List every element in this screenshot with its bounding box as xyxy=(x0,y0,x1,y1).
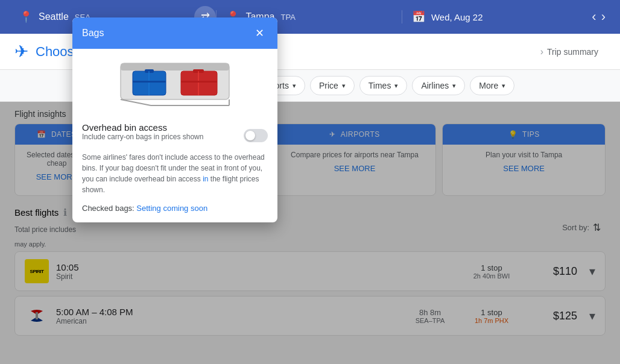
checked-bags-label: Checked bags: xyxy=(82,204,134,213)
times-filter-button[interactable]: Times ▾ xyxy=(359,76,408,95)
price-filter-label: Price xyxy=(319,81,338,90)
price-filter-button[interactable]: Price ▾ xyxy=(310,76,355,95)
overhead-text-group: Overhead bin access Include carry-on bag… xyxy=(82,122,203,148)
connecting-chevron-icon: ▾ xyxy=(293,82,296,90)
svg-rect-7 xyxy=(133,81,166,83)
modal-close-button[interactable]: ✕ xyxy=(251,25,268,42)
main-content: Flight insights 📅 DATES Selected dates a… xyxy=(0,102,620,364)
more-filter-button[interactable]: More ▾ xyxy=(470,76,514,95)
bag-illustration xyxy=(82,58,268,113)
times-chevron-icon: ▾ xyxy=(394,82,398,90)
overhead-bin-illustration xyxy=(115,60,235,111)
overhead-toggle[interactable] xyxy=(244,129,268,142)
checked-bags-row: Checked bags: Setting coming soon xyxy=(82,204,268,213)
date-section[interactable]: 📅 Wed, Aug 22 xyxy=(402,10,587,24)
modal-title: Bags xyxy=(82,28,104,39)
svg-rect-8 xyxy=(181,71,217,95)
airlines-filter-label: Airlines xyxy=(421,81,449,90)
destination-code: TPA xyxy=(280,13,295,22)
overhead-row: Overhead bin access Include carry-on bag… xyxy=(82,122,268,148)
more-chevron-icon: ▾ xyxy=(502,82,505,90)
overhead-description: Some airlines' fares don't include acces… xyxy=(82,152,268,195)
svg-rect-11 xyxy=(181,81,217,83)
date-navigation: ‹ › xyxy=(587,9,610,25)
times-filter-label: Times xyxy=(369,81,391,90)
overhead-link[interactable]: in xyxy=(203,175,208,183)
trip-summary-chevron: › xyxy=(540,46,543,57)
airlines-chevron-icon: ▾ xyxy=(452,82,456,90)
prev-date-button[interactable]: ‹ xyxy=(592,9,596,25)
modal-header: Bags ✕ xyxy=(72,17,277,49)
calendar-icon: 📅 xyxy=(412,10,425,24)
bags-modal: Bags ✕ xyxy=(72,17,277,222)
toggle-thumb xyxy=(245,131,255,140)
next-date-button[interactable]: › xyxy=(601,9,606,25)
svg-rect-3 xyxy=(121,63,229,71)
overhead-bin-label: Overhead bin access xyxy=(82,122,203,133)
price-chevron-icon: ▾ xyxy=(342,82,346,90)
airlines-filter-button[interactable]: Airlines ▾ xyxy=(412,76,465,95)
include-carry-on-text: Include carry-on bags in prices shown xyxy=(82,133,203,141)
travel-date: Wed, Aug 22 xyxy=(431,12,483,22)
checked-bags-value: Setting coming soon xyxy=(136,204,207,213)
more-filter-label: More xyxy=(479,81,498,90)
trip-summary-label: Trip summary xyxy=(547,47,598,57)
origin-city: Seattle xyxy=(39,11,69,22)
trip-summary-button[interactable]: › Trip summary xyxy=(533,43,606,61)
location-icon: 📍 xyxy=(19,10,33,24)
svg-line-12 xyxy=(121,99,151,105)
modal-body: Overhead bin access Include carry-on bag… xyxy=(72,49,277,222)
flight-icon: ✈ xyxy=(14,42,28,61)
